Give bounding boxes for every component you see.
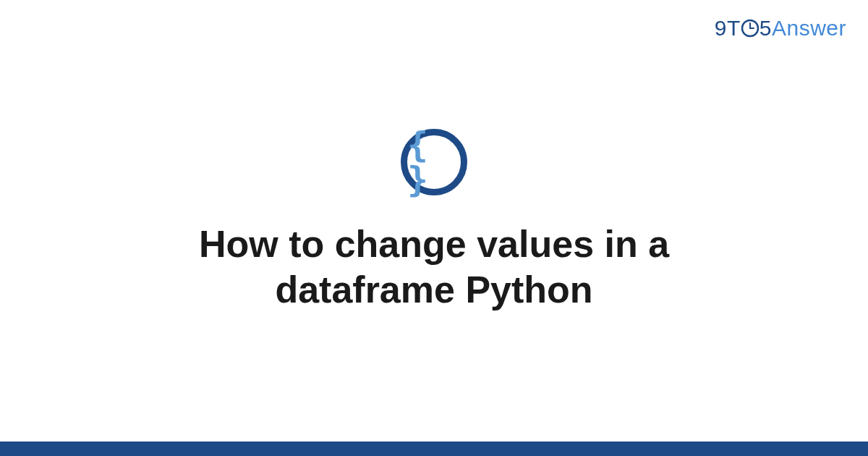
footer-accent-bar bbox=[0, 442, 868, 456]
main-content: { } How to change values in a dataframe … bbox=[0, 0, 868, 442]
code-braces-icon: { } bbox=[401, 129, 467, 195]
braces-symbol: { } bbox=[407, 127, 461, 197]
page-title: How to change values in a dataframe Pyth… bbox=[109, 221, 760, 313]
